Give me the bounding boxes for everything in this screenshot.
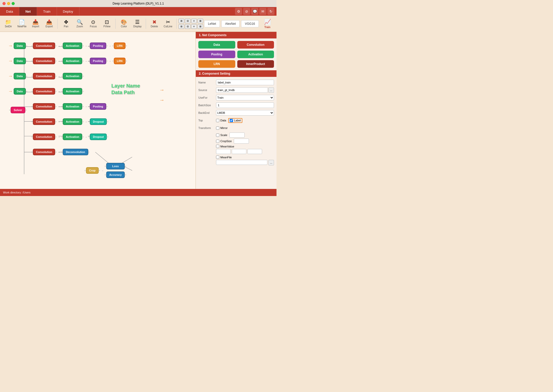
import-button[interactable]: 📥 Import	[29, 17, 42, 31]
separator-2	[115, 19, 116, 29]
compass-icon[interactable]: ⊘	[243, 8, 250, 15]
cutline-button[interactable]: ✂ CutLine	[162, 17, 174, 31]
focus-icon: ⊙	[91, 19, 95, 25]
scale-input[interactable]	[229, 133, 245, 138]
chat-icon[interactable]: 💬	[251, 8, 258, 15]
align-icon-6[interactable]: ⊟	[185, 24, 190, 29]
zoom-button[interactable]: 🔍 Zoom	[73, 17, 86, 31]
scale-checkbox[interactable]	[216, 134, 219, 137]
conv-4-1[interactable]: Convolution	[33, 88, 55, 95]
top-label: Top	[198, 119, 216, 122]
align-icon-3[interactable]: ≡	[191, 19, 197, 23]
align-icon-1[interactable]: ⊞	[179, 19, 184, 23]
cropsize-input[interactable]	[234, 139, 249, 144]
dropout-6-1[interactable]: Dropout	[90, 118, 107, 125]
align-icon-5[interactable]: ⊞	[179, 24, 184, 29]
data-node-3[interactable]: Data	[14, 73, 26, 79]
act-3-1[interactable]: Activation	[63, 73, 82, 79]
tab-train[interactable]: Train	[37, 7, 57, 16]
top-label-checkbox[interactable]	[230, 119, 233, 122]
conv-1-1[interactable]: Convolution	[33, 42, 55, 49]
fview-button[interactable]: ⊡ FView	[101, 17, 113, 31]
conv-3-1[interactable]: Convolution	[33, 73, 55, 79]
meanvalue-input-3[interactable]	[247, 149, 262, 154]
delete-button[interactable]: ✖ Delete	[148, 17, 161, 31]
crop-node[interactable]: Crop	[86, 167, 99, 174]
align-icon-8[interactable]: ⊠	[198, 24, 203, 29]
lrn-1-1[interactable]: LRN	[114, 42, 126, 49]
color-button[interactable]: 🎨 Color	[118, 17, 130, 31]
align-icon-4[interactable]: ⊠	[198, 19, 203, 23]
meanvalue-input-2[interactable]	[232, 149, 246, 154]
act-4-1[interactable]: Activation	[63, 88, 82, 95]
data-node-4[interactable]: Data	[14, 88, 26, 95]
meanfile-browse-button[interactable]: ...	[268, 160, 274, 165]
setdir-button[interactable]: 📁 SetDir	[2, 17, 15, 31]
mail-icon[interactable]: ✉	[259, 8, 266, 15]
pool-5-1[interactable]: Pooling	[90, 103, 106, 110]
refresh-icon[interactable]: ↻	[267, 8, 274, 15]
act-2-1[interactable]: Activation	[63, 58, 82, 64]
lenet-button[interactable]: LeNet	[204, 20, 220, 27]
conv-8-1[interactable]: Convolution	[33, 149, 55, 155]
align-icon-2[interactable]: ⊟	[185, 19, 190, 23]
comp-data-button[interactable]: Data	[198, 41, 235, 49]
comp-act-button[interactable]: Activation	[237, 51, 274, 58]
source-input[interactable]	[216, 87, 268, 93]
dropout-7-1[interactable]: Dropout	[90, 134, 107, 140]
data-node-1[interactable]: Data	[14, 42, 26, 49]
newfile-button[interactable]: 📄 NewFile	[16, 17, 28, 31]
canvas-area[interactable]: → Data → Data → Data → Data Solver Convo…	[0, 32, 196, 189]
solver-label[interactable]: Solver	[11, 107, 25, 113]
vgg16-button[interactable]: VGG16	[241, 20, 259, 27]
pool-2-1[interactable]: Pooling	[90, 58, 106, 64]
conv-5-1[interactable]: Convolution	[33, 103, 55, 110]
conv-7-1[interactable]: Convolution	[33, 134, 55, 140]
cropsize-checkbox[interactable]	[216, 140, 219, 143]
zoom-label: Zoom	[76, 25, 83, 28]
accuracy-node[interactable]: Accuracy	[106, 171, 125, 178]
comp-conv-button[interactable]: Convolution	[237, 41, 274, 49]
meanfile-input[interactable]	[216, 160, 267, 165]
loss-node[interactable]: Loss	[106, 163, 125, 169]
alexnet-button[interactable]: AlexNet	[221, 20, 240, 27]
tab-net[interactable]: Net	[19, 7, 37, 16]
comp-innerproduct-button[interactable]: InnerProduct	[237, 60, 274, 68]
data-node-2[interactable]: Data	[14, 58, 26, 64]
meanvalue-input-1[interactable]	[216, 149, 231, 154]
tab-data[interactable]: Data	[0, 7, 19, 16]
maximize-button[interactable]	[12, 2, 15, 5]
close-button[interactable]	[3, 2, 6, 5]
meanvalue-checkbox[interactable]	[216, 145, 219, 148]
conv-6-1[interactable]: Convolution	[33, 118, 55, 125]
train-button[interactable]: 📈 Train	[260, 17, 274, 31]
meanfile-checkbox[interactable]	[216, 156, 219, 159]
settings-icon[interactable]: ⚙	[235, 8, 242, 15]
export-button[interactable]: 📤 Export	[43, 17, 56, 31]
pan-button[interactable]: ✥ Pan	[60, 17, 72, 31]
pool-1-1[interactable]: Pooling	[90, 42, 106, 49]
conv-2-1[interactable]: Convolution	[33, 58, 55, 64]
backend-select[interactable]: LMDB	[216, 110, 274, 116]
deconv-8-1[interactable]: Deconvolution	[63, 149, 88, 155]
comp-lrn-button[interactable]: LRN	[198, 60, 235, 68]
tab-deploy[interactable]: Deploy	[57, 7, 79, 16]
solver-node[interactable]: Solver	[11, 107, 25, 113]
name-input[interactable]	[216, 80, 274, 85]
align-icon-7[interactable]: ≡	[191, 24, 197, 29]
minimize-button[interactable]	[7, 2, 10, 5]
focus-button[interactable]: ⊙ Focus	[87, 17, 100, 31]
batchsize-input[interactable]	[216, 102, 274, 108]
comp-pool-button[interactable]: Pooling	[198, 51, 235, 58]
top-data-checkbox[interactable]	[216, 119, 219, 122]
display-button[interactable]: ☰ Display	[131, 17, 144, 31]
lrn-2-1[interactable]: LRN	[114, 58, 126, 64]
usefor-select[interactable]: Train	[216, 95, 274, 100]
act-7-1[interactable]: Activation	[63, 134, 82, 140]
setting-top-row: Top Data Label	[198, 117, 274, 123]
act-6-1[interactable]: Activation	[63, 118, 82, 125]
act-5-1[interactable]: Activation	[63, 103, 82, 110]
source-browse-button[interactable]: ...	[268, 87, 274, 93]
act-1-1[interactable]: Activation	[63, 42, 82, 49]
mirror-checkbox[interactable]	[216, 126, 219, 130]
